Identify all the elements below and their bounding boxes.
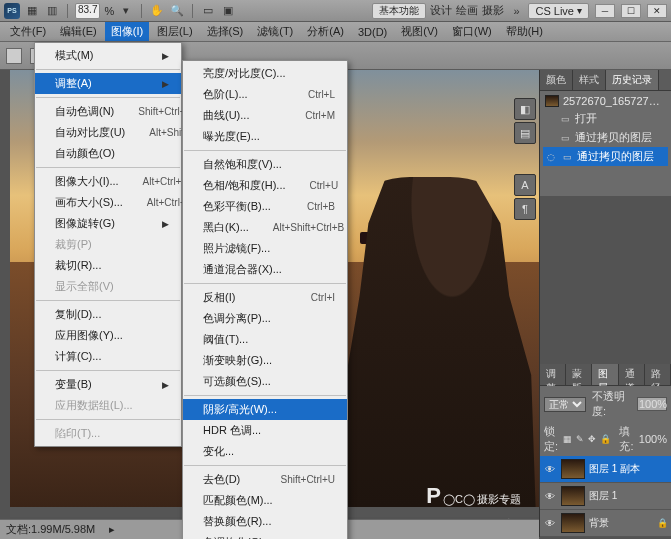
menu-file[interactable]: 文件(F) bbox=[4, 22, 52, 41]
cslive-button[interactable]: CS Live ▾ bbox=[528, 3, 589, 19]
history-step-open[interactable]: ▭打开 bbox=[543, 109, 668, 128]
screenmode-icon[interactable]: ▣ bbox=[220, 3, 236, 19]
lock-icon: 🔒 bbox=[657, 518, 668, 528]
menu-duplicate[interactable]: 复制(D)... bbox=[35, 304, 181, 325]
image-menu-dropdown: 模式(M)▶ 调整(A)▶ 自动色调(N)Shift+Ctrl+L 自动对比度(… bbox=[34, 42, 182, 447]
zoom-value[interactable]: 83.7 bbox=[75, 3, 100, 19]
menu-view[interactable]: 视图(V) bbox=[395, 22, 444, 41]
menu-selective-color[interactable]: 可选颜色(S)... bbox=[183, 371, 347, 392]
menu-replace-color[interactable]: 替换颜色(R)... bbox=[183, 511, 347, 532]
visibility-icon[interactable]: 👁 bbox=[543, 516, 557, 530]
layer-row[interactable]: 👁 图层 1 副本 bbox=[540, 456, 671, 483]
menu-auto-color[interactable]: 自动颜色(O) bbox=[35, 143, 181, 164]
menu-mode[interactable]: 模式(M)▶ bbox=[35, 45, 181, 66]
history-step-copy1[interactable]: ▭通过拷贝的图层 bbox=[543, 128, 668, 147]
menu-match-color[interactable]: 匹配颜色(M)... bbox=[183, 490, 347, 511]
menu-apply-image[interactable]: 应用图像(Y)... bbox=[35, 325, 181, 346]
menu-shadow-highlight[interactable]: 阴影/高光(W)... bbox=[183, 399, 347, 420]
visibility-icon[interactable]: 👁 bbox=[543, 462, 557, 476]
tab-color[interactable]: 颜色 bbox=[540, 70, 573, 90]
zoom-dropdown-icon[interactable]: ▾ bbox=[118, 3, 134, 19]
window-close-button[interactable]: ✕ bbox=[647, 4, 667, 18]
menu-threshold[interactable]: 阈值(T)... bbox=[183, 329, 347, 350]
status-menu-icon[interactable]: ▸ bbox=[109, 523, 115, 536]
menu-analysis[interactable]: 分析(A) bbox=[301, 22, 350, 41]
adjustments-panel-header: 调整 蒙版 图层 通道 路径 bbox=[540, 364, 671, 386]
menu-image[interactable]: 图像(I) bbox=[105, 22, 149, 41]
menu-auto-contrast[interactable]: 自动对比度(U)Alt+Shift+Ctrl+L bbox=[35, 122, 181, 143]
paragraph-panel-icon[interactable]: ¶ bbox=[514, 198, 536, 220]
menu-gradient-map[interactable]: 渐变映射(G)... bbox=[183, 350, 347, 371]
tool-preset-icon[interactable] bbox=[6, 48, 22, 64]
menu-hue-saturation[interactable]: 色相/饱和度(H)...Ctrl+U bbox=[183, 175, 347, 196]
menu-hdr-toning[interactable]: HDR 色调... bbox=[183, 420, 347, 441]
tab-channels[interactable]: 通道 bbox=[619, 364, 645, 385]
lock-all-icon[interactable]: 🔒 bbox=[600, 433, 611, 445]
menu-select[interactable]: 选择(S) bbox=[201, 22, 250, 41]
menu-posterize[interactable]: 色调分离(P)... bbox=[183, 308, 347, 329]
history-snapshot[interactable]: 2572670_165727006322_2.jpg bbox=[543, 93, 668, 109]
opacity-value[interactable]: 100% bbox=[637, 397, 667, 411]
lock-transparency-icon[interactable]: ▦ bbox=[563, 433, 572, 445]
menu-help[interactable]: 帮助(H) bbox=[500, 22, 549, 41]
lock-position-icon[interactable]: ✥ bbox=[588, 433, 596, 445]
lock-pixels-icon[interactable]: ✎ bbox=[576, 433, 584, 445]
tab-mask[interactable]: 蒙版 bbox=[566, 364, 592, 385]
workspace-photo[interactable]: 摄影 bbox=[482, 3, 504, 18]
character-panel-icon[interactable]: A bbox=[514, 174, 536, 196]
menu-adjustments[interactable]: 调整(A)▶ bbox=[35, 73, 181, 94]
menu-variations[interactable]: 变化... bbox=[183, 441, 347, 462]
menu-layer[interactable]: 图层(L) bbox=[151, 22, 198, 41]
menu-calculations[interactable]: 计算(C)... bbox=[35, 346, 181, 367]
menu-vibrance[interactable]: 自然饱和度(V)... bbox=[183, 154, 347, 175]
workspace-more-icon[interactable]: » bbox=[508, 3, 524, 19]
window-maximize-button[interactable]: ☐ bbox=[621, 4, 641, 18]
tab-history[interactable]: 历史记录 bbox=[606, 70, 659, 90]
status-doc-size[interactable]: 文档:1.99M/5.98M bbox=[6, 522, 95, 537]
tab-adjust[interactable]: 调整 bbox=[540, 364, 566, 385]
menu-image-rotate[interactable]: 图像旋转(G)▶ bbox=[35, 213, 181, 234]
menu-brightness-contrast[interactable]: 亮度/对比度(C)... bbox=[183, 63, 347, 84]
menu-3d[interactable]: 3D(D) bbox=[352, 24, 393, 40]
workspace-paint[interactable]: 绘画 bbox=[456, 3, 478, 18]
layer-row[interactable]: 👁 图层 1 bbox=[540, 483, 671, 510]
minibridge-icon[interactable]: ▥ bbox=[44, 3, 60, 19]
menu-black-white[interactable]: 黑白(K)...Alt+Shift+Ctrl+B bbox=[183, 217, 347, 238]
menu-variables[interactable]: 变量(B)▶ bbox=[35, 374, 181, 395]
menu-levels[interactable]: 色阶(L)...Ctrl+L bbox=[183, 84, 347, 105]
open-icon: ▭ bbox=[559, 113, 571, 125]
menu-photo-filter[interactable]: 照片滤镜(F)... bbox=[183, 238, 347, 259]
tab-swatches[interactable]: 样式 bbox=[573, 70, 606, 90]
menu-filter[interactable]: 滤镜(T) bbox=[251, 22, 299, 41]
color-panel-icon[interactable]: ◧ bbox=[514, 98, 536, 120]
blend-mode-select[interactable]: 正常 bbox=[544, 397, 586, 412]
tab-layers[interactable]: 图层 bbox=[592, 364, 618, 385]
visibility-icon[interactable]: 👁 bbox=[543, 489, 557, 503]
bridge-icon[interactable]: ▦ bbox=[24, 3, 40, 19]
fill-value[interactable]: 100% bbox=[639, 433, 667, 445]
menu-invert[interactable]: 反相(I)Ctrl+I bbox=[183, 287, 347, 308]
zoom-icon[interactable]: 🔍 bbox=[169, 3, 185, 19]
history-step-copy2[interactable]: ◌▭通过拷贝的图层 bbox=[543, 147, 668, 166]
menu-channel-mixer[interactable]: 通道混合器(X)... bbox=[183, 259, 347, 280]
menu-auto-tone[interactable]: 自动色调(N)Shift+Ctrl+L bbox=[35, 101, 181, 122]
menu-desaturate[interactable]: 去色(D)Shift+Ctrl+U bbox=[183, 469, 347, 490]
menu-equalize[interactable]: 色调均化(Q) bbox=[183, 532, 347, 539]
menu-edit[interactable]: 编辑(E) bbox=[54, 22, 103, 41]
swatches-panel-icon[interactable]: ▤ bbox=[514, 122, 536, 144]
workspace-essentials-button[interactable]: 基本功能 bbox=[372, 3, 426, 19]
menu-curves[interactable]: 曲线(U)...Ctrl+M bbox=[183, 105, 347, 126]
menu-image-size[interactable]: 图像大小(I)...Alt+Ctrl+I bbox=[35, 171, 181, 192]
tab-paths[interactable]: 路径 bbox=[645, 364, 671, 385]
menu-window[interactable]: 窗口(W) bbox=[446, 22, 498, 41]
hand-icon[interactable]: ✋ bbox=[149, 3, 165, 19]
menu-color-balance[interactable]: 色彩平衡(B)...Ctrl+B bbox=[183, 196, 347, 217]
layer-row[interactable]: 👁 背景 🔒 bbox=[540, 510, 671, 537]
window-minimize-button[interactable]: ─ bbox=[595, 4, 615, 18]
menu-exposure[interactable]: 曝光度(E)... bbox=[183, 126, 347, 147]
workspace-design[interactable]: 设计 bbox=[430, 3, 452, 18]
arrange-icon[interactable]: ▭ bbox=[200, 3, 216, 19]
menu-trim[interactable]: 裁切(R)... bbox=[35, 255, 181, 276]
menu-canvas-size[interactable]: 画布大小(S)...Alt+Ctrl+C bbox=[35, 192, 181, 213]
layers-list: 👁 图层 1 副本 👁 图层 1 👁 背景 🔒 bbox=[540, 456, 671, 537]
